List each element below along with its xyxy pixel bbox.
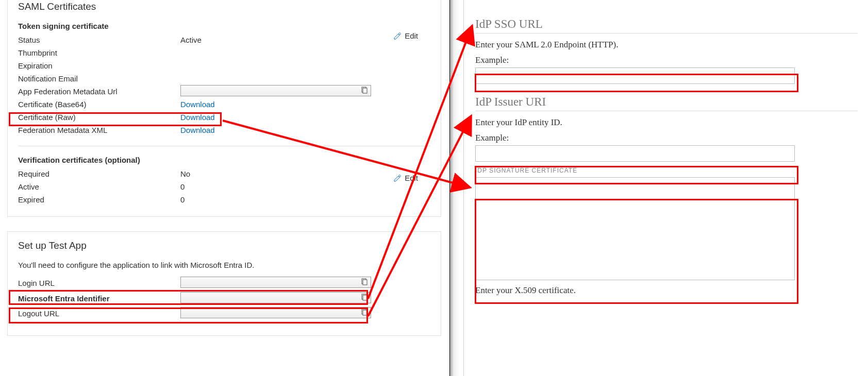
status-row: Status Active — [18, 33, 430, 46]
saml-certificates-heading: SAML Certificates — [18, 1, 430, 12]
page-divider — [449, 0, 464, 376]
status-value: Active — [180, 36, 202, 44]
status-label: Status — [18, 36, 180, 44]
verification-title: Verification certificates (optional) — [18, 156, 430, 164]
edit-token-signing-button[interactable]: Edit — [393, 31, 418, 40]
cert-base64-download-link[interactable]: Download — [180, 100, 215, 109]
expiration-row: Expiration — [18, 59, 430, 72]
entra-identifier-label: Microsoft Entra Identifier — [18, 294, 180, 303]
idp-signature-help: Enter your X.509 certificate. — [475, 285, 858, 296]
svg-rect-1 — [363, 88, 367, 93]
pencil-icon — [393, 174, 402, 182]
active-row: Active 0 — [18, 180, 430, 193]
expired-label: Expired — [18, 195, 180, 204]
copy-icon[interactable] — [360, 278, 369, 286]
idp-signature-textarea[interactable] — [475, 177, 795, 280]
app-fed-metadata-url-label: App Federation Metadata Url — [18, 87, 180, 96]
fed-metadata-xml-label: Federation Metadata XML — [18, 126, 180, 134]
idp-issuer-heading: IdP Issuer URI — [475, 95, 858, 111]
expired-row: Expired 0 — [18, 193, 430, 206]
expiration-label: Expiration — [18, 61, 180, 70]
cert-raw-download-link[interactable]: Download — [180, 113, 215, 122]
edit-label: Edit — [405, 174, 418, 182]
app-fed-metadata-url-row: App Federation Metadata Url — [18, 85, 430, 98]
logout-url-label: Logout URL — [18, 309, 180, 318]
fed-metadata-xml-row: Federation Metadata XML Download — [18, 124, 430, 136]
edit-label: Edit — [405, 31, 418, 40]
login-url-row: Login URL — [18, 277, 430, 289]
saml-certificates-card: SAML Certificates Edit Token signing cer… — [7, 0, 441, 217]
idp-sso-url-input[interactable] — [475, 67, 795, 84]
app-fed-metadata-url-field[interactable] — [180, 85, 371, 96]
idp-sso-url-example-label: Example: — [475, 55, 858, 65]
login-url-field[interactable] — [180, 277, 371, 288]
active-value: 0 — [180, 182, 185, 191]
entra-identifier-field[interactable] — [180, 292, 371, 303]
copy-icon[interactable] — [360, 293, 369, 301]
setup-description: You'll need to configure the application… — [18, 261, 430, 269]
idp-issuer-input[interactable] — [475, 145, 795, 162]
cert-raw-row: Certificate (Raw) Download — [18, 111, 430, 124]
setup-heading: Set up Test App — [18, 240, 430, 251]
svg-rect-5 — [363, 295, 367, 300]
fed-metadata-xml-download-link[interactable]: Download — [180, 126, 215, 134]
entra-identifier-row: Microsoft Entra Identifier — [18, 289, 430, 307]
idp-sso-url-heading: IdP SSO URL — [475, 18, 858, 33]
thumbprint-label: Thumbprint — [18, 48, 180, 57]
edit-verification-button[interactable]: Edit — [393, 174, 418, 182]
destination-form: IdP SSO URL Enter your SAML 2.0 Endpoint… — [464, 0, 868, 376]
required-value: No — [180, 169, 190, 178]
login-url-label: Login URL — [18, 279, 180, 287]
thumbprint-row: Thumbprint — [18, 46, 430, 59]
idp-issuer-example-label: Example: — [475, 133, 858, 143]
azure-panel: SAML Certificates Edit Token signing cer… — [0, 0, 448, 350]
logout-url-field[interactable] — [180, 307, 371, 318]
notification-email-row: Notification Email — [18, 72, 430, 85]
logout-url-row: Logout URL — [18, 307, 430, 320]
section-divider — [18, 146, 430, 146]
copy-icon[interactable] — [360, 86, 369, 94]
expired-value: 0 — [180, 195, 185, 204]
cert-raw-label: Certificate (Raw) — [18, 113, 180, 122]
copy-icon[interactable] — [360, 308, 369, 316]
setup-app-card: Set up Test App You'll need to configure… — [7, 231, 441, 336]
active-label: Active — [18, 182, 180, 191]
required-label: Required — [18, 169, 180, 178]
required-row: Required No — [18, 167, 430, 180]
idp-sso-url-section: IdP SSO URL Enter your SAML 2.0 Endpoint… — [475, 18, 858, 84]
svg-rect-7 — [363, 310, 367, 315]
idp-issuer-section: IdP Issuer URI Enter your IdP entity ID.… — [475, 95, 858, 162]
idp-signature-label: IDP SIGNATURE CERTIFICATE — [475, 167, 858, 174]
idp-sso-url-help: Enter your SAML 2.0 Endpoint (HTTP). — [475, 40, 858, 50]
pencil-icon — [393, 32, 402, 40]
cert-base64-label: Certificate (Base64) — [18, 100, 180, 109]
svg-rect-3 — [363, 280, 367, 285]
notification-email-label: Notification Email — [18, 74, 180, 83]
cert-base64-row: Certificate (Base64) Download — [18, 98, 430, 111]
idp-signature-section: IDP SIGNATURE CERTIFICATE Enter your X.5… — [475, 167, 858, 296]
token-signing-title: Token signing certificate — [18, 22, 430, 30]
idp-issuer-help: Enter your IdP entity ID. — [475, 117, 858, 128]
